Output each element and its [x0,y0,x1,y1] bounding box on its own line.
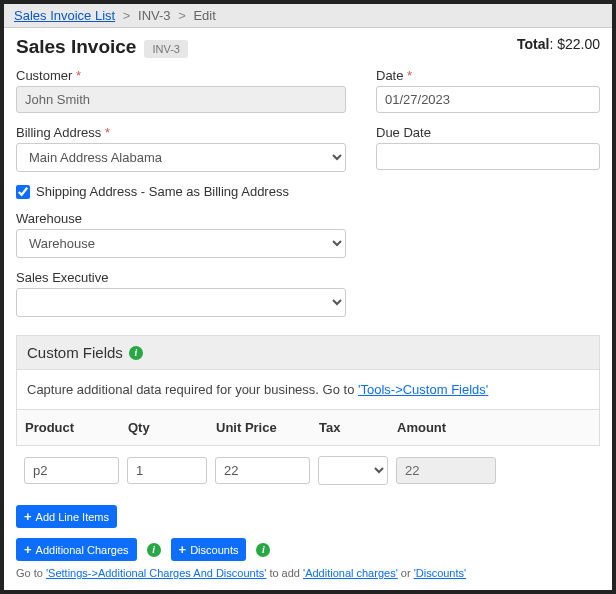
add-line-button[interactable]: + Add Line Items [16,505,117,528]
comments-label: Comments [446,589,600,590]
col-qty: Qty [128,420,208,435]
item-amount-field [396,457,496,484]
shipping-same-checkbox[interactable] [16,185,30,199]
line-item-row [16,446,600,495]
billing-label: Billing Address * [16,125,346,140]
custom-fields-title: Custom Fields [27,344,123,361]
breadcrumb-item: INV-3 [138,8,171,23]
breadcrumb-sep: > [119,8,135,23]
page-title: Sales Invoice [16,36,136,58]
breadcrumb-sep: > [174,8,190,23]
total-label: Total [517,36,549,52]
total-value: $22.00 [557,36,600,52]
col-price: Unit Price [216,420,311,435]
col-product: Product [25,420,120,435]
plus-icon: + [179,543,187,556]
breadcrumb: Sales Invoice List > INV-3 > Edit [4,4,612,28]
col-tax: Tax [319,420,389,435]
terms-label: Terms And Conditions [16,589,416,590]
billing-select[interactable]: Main Address Alabama [16,143,346,172]
total-display: Total: $22.00 [517,36,600,52]
item-qty-field[interactable] [127,457,207,484]
item-tax-select[interactable] [318,456,388,485]
discounts-button[interactable]: + Discounts [171,538,247,561]
col-amount: Amount [397,420,497,435]
item-price-field[interactable] [215,457,310,484]
customer-label: Customer * [16,68,346,83]
duedate-field[interactable] [376,143,600,170]
invoice-badge: INV-3 [144,40,188,58]
exec-select[interactable] [16,288,346,317]
custom-fields-body: Capture additional data required for you… [16,370,600,410]
custom-fields-header: Custom Fields i [16,335,600,370]
hint-link-discounts[interactable]: 'Discounts' [414,567,467,579]
charges-hint: Go to 'Settings->Additional Charges And … [16,567,600,579]
info-icon[interactable]: i [256,543,270,557]
date-label: Date * [376,68,600,83]
breadcrumb-root-link[interactable]: Sales Invoice List [14,8,115,23]
breadcrumb-action: Edit [193,8,215,23]
date-field[interactable] [376,86,600,113]
shipping-same-label: Shipping Address - Same as Billing Addre… [36,184,289,199]
plus-icon: + [24,543,32,556]
custom-fields-link[interactable]: 'Tools->Custom Fields' [358,382,488,397]
add-charges-button[interactable]: + Additional Charges [16,538,137,561]
warehouse-label: Warehouse [16,211,346,226]
info-icon[interactable]: i [147,543,161,557]
info-icon[interactable]: i [129,346,143,360]
plus-icon: + [24,510,32,523]
hint-link-settings[interactable]: 'Settings->Additional Charges And Discou… [46,567,266,579]
duedate-label: Due Date [376,125,600,140]
item-product-field[interactable] [24,457,119,484]
warehouse-select[interactable]: Warehouse [16,229,346,258]
exec-label: Sales Executive [16,270,346,285]
customer-field[interactable] [16,86,346,113]
hint-link-charges[interactable]: 'Additional charges' [303,567,398,579]
custom-fields-desc: Capture additional data required for you… [27,382,358,397]
